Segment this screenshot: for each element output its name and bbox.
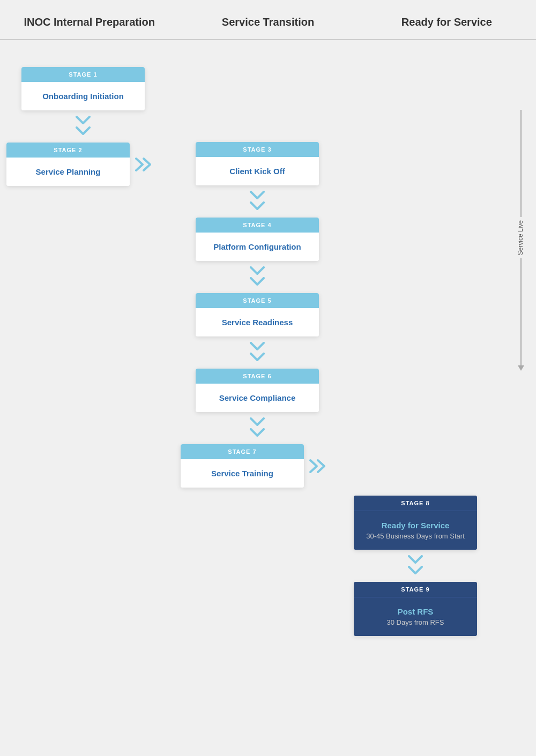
stage-7-title: Service Training — [186, 469, 299, 478]
stage-7-box: STAGE 7 Service Training — [181, 444, 304, 488]
stage-6-title: Service Compliance — [201, 393, 314, 402]
arrow-6-7 — [249, 417, 266, 439]
arrow-8-9 — [407, 555, 424, 577]
header-col-middle: Service Transition — [178, 16, 357, 28]
stage-2-box: STAGE 2 Service Planning — [6, 143, 130, 186]
stage-1-box: STAGE 1 Onboarding Initiation — [21, 67, 145, 110]
stage-9-subtitle: 30 Days from RFS — [359, 618, 472, 626]
stage-6-header: STAGE 6 — [196, 369, 319, 384]
service-live-line-bottom — [520, 258, 522, 365]
service-live-arrow-down — [518, 365, 524, 371]
arrow-right-7-8 — [308, 458, 330, 474]
stage-3-box: STAGE 3 Client Kick Off — [196, 142, 319, 185]
arrow-1-2 — [75, 116, 92, 137]
chevron-down-icon-1 — [75, 116, 92, 126]
arrow-3-4 — [249, 191, 266, 212]
stage-3-body: Client Kick Off — [196, 157, 319, 185]
col-right: STAGE 8 Ready for Service 30-45 Business… — [348, 56, 536, 636]
header-col-left: INOC Internal Preparation — [0, 16, 178, 28]
service-live-line-top — [520, 110, 522, 217]
arrow-4-5 — [249, 266, 266, 288]
stage-6-body: Service Compliance — [196, 384, 319, 412]
stage-9-title: Post RFS — [359, 607, 472, 616]
stage-7-header: STAGE 7 — [181, 444, 304, 459]
main-content: STAGE 1 Onboarding Initiation STAGE 2 S — [0, 40, 536, 652]
stage-9-body: Post RFS 30 Days from RFS — [354, 597, 477, 636]
chevron-down-icon-6 — [249, 277, 266, 288]
stage-9-header: STAGE 9 — [354, 582, 477, 597]
stage-4-box: STAGE 4 Platform Configuration — [196, 218, 319, 261]
stage-5-box: STAGE 5 Service Readiness — [196, 293, 319, 336]
chevron-down-icon-9 — [249, 417, 266, 428]
stage-4-title: Platform Configuration — [201, 242, 314, 251]
chevron-down-icon-10 — [249, 428, 266, 439]
stage-1-body: Onboarding Initiation — [21, 82, 145, 110]
chevron-down-icon-2 — [75, 126, 92, 137]
service-live-container: Service Live — [517, 56, 525, 371]
chevron-down-icon-5 — [249, 266, 266, 277]
stage-5-header: STAGE 5 — [196, 293, 319, 308]
header-col-right: Ready for Service — [358, 16, 536, 28]
double-chevron-right-icon-2 — [308, 458, 330, 474]
stage-5-title: Service Readiness — [201, 318, 314, 327]
stage-3-title: Client Kick Off — [201, 167, 314, 176]
stage-4-header: STAGE 4 — [196, 218, 319, 233]
stage-6-box: STAGE 6 Service Compliance — [196, 369, 319, 412]
double-chevron-right-icon — [134, 156, 155, 173]
stage-2-body: Service Planning — [6, 158, 130, 186]
stage-2-title: Service Planning — [12, 167, 124, 176]
stage-2-header: STAGE 2 — [6, 143, 130, 158]
stage-3-header: STAGE 3 — [196, 142, 319, 157]
stage-1-title: Onboarding Initiation — [27, 92, 139, 101]
chevron-down-icon-8 — [249, 353, 266, 363]
header: INOC Internal Preparation Service Transi… — [0, 0, 536, 40]
chevron-down-icon-3 — [249, 191, 266, 201]
chevron-down-icon-7 — [249, 342, 266, 353]
stage-7-body: Service Training — [181, 459, 304, 488]
stage-9-box: STAGE 9 Post RFS 30 Days from RFS — [354, 582, 477, 636]
col-left: STAGE 1 Onboarding Initiation STAGE 2 S — [0, 56, 166, 636]
stage-8-body: Ready for Service 30-45 Business Days fr… — [354, 511, 477, 550]
service-live-label: Service Live — [517, 220, 525, 255]
chevron-down-icon-11 — [407, 555, 424, 566]
stage-8-title: Ready for Service — [359, 521, 472, 530]
chevron-down-icon-12 — [407, 566, 424, 577]
arrow-5-6 — [249, 342, 266, 363]
stage-8-header: STAGE 8 — [354, 496, 477, 511]
chevron-down-icon-4 — [249, 201, 266, 212]
stage-5-body: Service Readiness — [196, 308, 319, 336]
stage-4-body: Platform Configuration — [196, 233, 319, 261]
arrow-right-2-3 — [134, 156, 155, 173]
stage-8-box: STAGE 8 Ready for Service 30-45 Business… — [354, 496, 477, 550]
stage-1-header: STAGE 1 — [21, 67, 145, 82]
stage-8-subtitle: 30-45 Business Days from Start — [359, 532, 472, 540]
col-middle: STAGE 3 Client Kick Off STAGE 4 Platform… — [166, 56, 348, 636]
